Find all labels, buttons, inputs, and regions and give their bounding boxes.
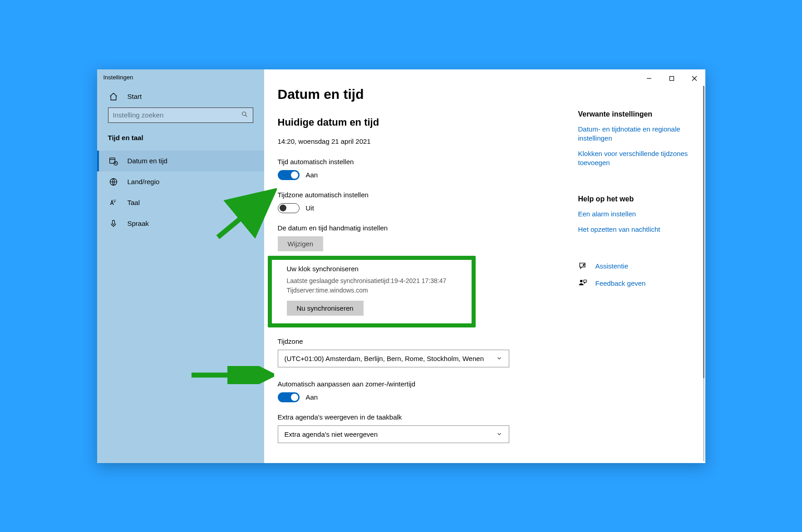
link-nightlight[interactable]: Het opzetten van nachtlicht [578,225,693,234]
app-title: Instellingen [97,69,264,86]
minimize-button[interactable] [643,72,655,85]
current-datetime: 14:20, woensdag 21 april 2021 [278,137,559,145]
get-help-row[interactable]: Assistentie [578,261,693,270]
sync-server: Tijdserver:time.windows.com [287,287,368,294]
search-icon [241,111,248,120]
link-set-alarm[interactable]: Een alarm instellen [578,210,693,219]
web-help-heading: Help op het web [578,195,693,203]
category-heading: Tijd en taal [97,129,264,151]
auto-time-label: Tijd automatisch instellen [278,158,559,166]
sync-last-time: Laatste geslaagde synchronisatietijd:19-… [287,277,447,284]
give-feedback-row[interactable]: Feedback geven [578,278,693,288]
home-link[interactable]: Start [97,86,264,107]
section-title-current-dt: Huidige datum en tijd [278,117,559,128]
nav-list: Datum en tijd Land/regio 字 Taal Spraak [97,151,264,234]
chevron-down-icon [496,355,502,361]
maximize-button[interactable] [665,72,678,85]
page-title: Datum en tijd [278,87,559,102]
svg-line-10 [116,163,117,164]
extra-cal-select[interactable]: Extra agenda's niet weergeven [278,425,509,443]
help-icon [578,261,587,270]
svg-line-5 [245,115,247,117]
dst-toggle[interactable] [278,392,300,402]
settings-window: Instellingen Start Tijd en taal Datum en… [97,69,705,463]
feedback-icon [578,278,587,288]
auto-time-state: Aan [306,171,318,179]
dst-label: Automatisch aanpassen aan zomer-/wintert… [278,380,559,388]
nav-item-region[interactable]: Land/regio [97,171,264,192]
auto-tz-label: Tijdzone automatisch instellen [278,191,559,199]
related-settings-heading: Verwante instellingen [578,110,693,118]
nav-item-date-time[interactable]: Datum en tijd [97,151,264,171]
sync-now-button[interactable]: Nu synchroniseren [287,301,364,316]
search-input[interactable] [113,111,241,119]
dst-state: Aan [306,393,318,401]
auto-time-toggle[interactable] [278,170,300,180]
timezone-label: Tijdzone [278,337,559,345]
scrollbar-thumb[interactable] [703,86,704,379]
nav-item-label: Datum en tijd [128,157,167,165]
svg-text:字: 字 [113,200,116,203]
chevron-down-icon [496,431,502,437]
extra-cal-value: Extra agenda's niet weergeven [285,430,378,438]
feedback-link: Feedback geven [595,279,646,287]
nav-item-label: Land/regio [128,178,160,185]
svg-rect-1 [669,76,674,80]
nav-item-speech[interactable]: Spraak [97,213,264,234]
language-icon: 字 [109,198,118,207]
sync-info: Laatste geslaagde synchronisatietijd:19-… [287,276,465,295]
change-button[interactable]: Wijzigen [278,236,324,251]
assistance-link: Assistentie [595,262,629,270]
nav-item-language[interactable]: 字 Taal [97,192,264,213]
svg-point-15 [580,280,582,283]
main-content: Datum en tijd Huidige datum en tijd 14:2… [264,69,705,463]
timezone-select[interactable]: (UTC+01:00) Amsterdam, Berlijn, Bern, Ro… [278,350,509,367]
svg-rect-16 [583,280,586,282]
scrollbar-track[interactable] [703,86,704,461]
nav-item-label: Spraak [128,220,149,227]
auto-tz-state: Uit [306,204,314,212]
sidebar: Instellingen Start Tijd en taal Datum en… [97,69,264,463]
link-date-format[interactable]: Datum- en tijdnotatie en regionale inste… [578,125,693,143]
link-add-clocks[interactable]: Klokken voor verschillende tijdzones toe… [578,149,693,168]
svg-rect-13 [112,220,114,224]
auto-tz-toggle[interactable] [278,203,300,213]
close-button[interactable] [688,72,701,85]
manual-set-label: De datum en tijd handmatig instellen [278,224,559,232]
nav-item-label: Taal [128,199,140,206]
svg-point-4 [242,112,246,115]
home-label: Start [128,93,142,100]
home-icon [109,92,118,101]
calendar-clock-icon [109,156,118,166]
window-controls [643,72,701,85]
search-box[interactable] [108,107,253,123]
timezone-value: (UTC+01:00) Amsterdam, Berlijn, Bern, Ro… [285,355,484,362]
sync-title: Uw klok synchroniseren [287,265,465,273]
microphone-icon [109,219,118,228]
extra-cal-label: Extra agenda's weergeven in de taakbalk [278,413,559,421]
globe-icon [109,177,118,186]
